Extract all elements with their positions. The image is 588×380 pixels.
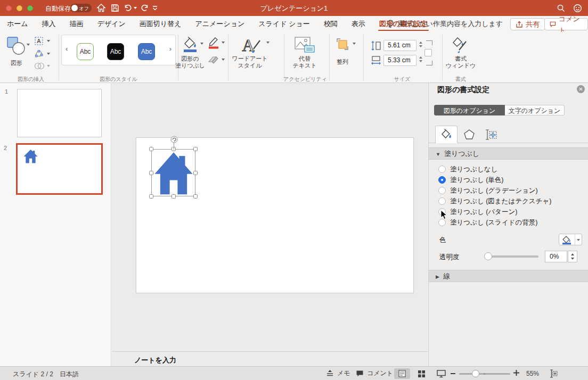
zoom-slider-knob[interactable] <box>472 370 479 377</box>
shape-effects-button[interactable] <box>208 55 219 65</box>
tab-transitions[interactable]: 画面切り替え <box>140 16 182 32</box>
tab-draw[interactable]: 描画 <box>70 16 84 32</box>
thumbnail-house-shape <box>23 149 38 163</box>
resize-handle-s[interactable] <box>172 194 176 199</box>
share-button[interactable]: 共有 <box>510 18 545 30</box>
transparency-slider-knob[interactable] <box>484 252 492 260</box>
format-pane-button[interactable] <box>452 36 470 53</box>
slide-1-thumbnail[interactable] <box>17 89 102 137</box>
width-stepper[interactable] <box>418 55 424 66</box>
wordart-styles-button[interactable]: A <box>241 35 264 55</box>
wordart-chevron-icon[interactable] <box>266 42 270 44</box>
size-properties-tab-icon[interactable] <box>484 129 498 141</box>
shape-style-chip-2[interactable]: Abc <box>107 43 124 60</box>
rotation-handle[interactable] <box>170 136 178 143</box>
feedback-smiley-icon[interactable] <box>573 4 582 13</box>
outline-pen-icon <box>208 36 219 49</box>
arrange-button[interactable] <box>336 37 349 51</box>
group-divider <box>442 35 443 80</box>
shape-style-chip-1[interactable]: Abc <box>77 43 94 60</box>
slide-2-thumbnail[interactable] <box>16 143 103 195</box>
resize-handle-ne[interactable] <box>193 147 198 151</box>
line-section-header[interactable]: ▶線 <box>429 270 588 282</box>
fill-option-solid[interactable]: 塗りつぶし (単色) <box>438 175 503 185</box>
shapes-icon <box>6 36 27 55</box>
line-section-label: 線 <box>443 272 450 280</box>
tab-view[interactable]: 表示 <box>352 16 365 32</box>
fill-line-tab-icon[interactable] <box>440 129 453 141</box>
transparency-value-input[interactable]: 0% <box>545 251 567 262</box>
radio-selected-icon[interactable] <box>438 176 446 184</box>
shape-width-input[interactable]: 5.33 cm <box>383 55 416 66</box>
tab-text-options[interactable]: 文字のオプション <box>505 105 565 115</box>
shape-fill-chevron-icon[interactable] <box>200 43 203 45</box>
resize-handle-sw[interactable] <box>149 194 153 199</box>
tab-review[interactable]: 校閲 <box>324 16 338 32</box>
alt-text-button[interactable] <box>294 36 315 53</box>
fill-option-pattern[interactable]: 塗りつぶし (パターン) <box>438 206 517 217</box>
resize-handle-nw[interactable] <box>149 147 153 151</box>
language-indicator[interactable]: 日本語 <box>60 370 79 379</box>
fill-section-header[interactable]: ▼塗りつぶし <box>429 147 588 160</box>
comments-button[interactable]: コメント <box>544 18 588 30</box>
slideshow-view-icon[interactable] <box>437 370 446 378</box>
shape-outline-chevron-icon[interactable] <box>222 42 225 44</box>
group-divider <box>59 35 59 80</box>
resize-handle-e[interactable] <box>193 171 198 175</box>
search-icon[interactable] <box>557 4 566 13</box>
radio-icon[interactable] <box>438 219 446 226</box>
edit-shape-button[interactable] <box>34 49 44 59</box>
group-divider <box>329 35 330 80</box>
zoom-level-label[interactable]: 55% <box>526 370 539 377</box>
color-dropdown-chevron-icon[interactable] <box>577 239 580 241</box>
panel-close-icon[interactable]: ✕ <box>577 85 585 93</box>
gallery-next-icon[interactable]: › <box>169 45 172 53</box>
tab-insert[interactable]: 挿入 <box>42 16 56 32</box>
normal-view-button[interactable] <box>394 368 410 379</box>
shape-style-chip-3[interactable]: Abc <box>138 43 155 60</box>
tab-shape-options[interactable]: 図形のオプション <box>434 105 505 115</box>
shapes-dropdown-chevron-icon[interactable] <box>27 44 30 46</box>
merge-shapes-button[interactable] <box>34 62 45 70</box>
insert-shape-button[interactable] <box>6 36 27 55</box>
text-box-chevron-icon[interactable] <box>47 40 50 42</box>
radio-icon[interactable] <box>438 187 446 194</box>
fill-color-button[interactable] <box>559 234 582 245</box>
notes-placeholder: ノートを入力 <box>134 356 176 365</box>
transparency-slider[interactable] <box>485 255 538 258</box>
fill-option-picture[interactable]: 塗りつぶし (図またはテクスチャ) <box>438 196 551 206</box>
notes-toggle-button[interactable]: メモ <box>326 369 350 378</box>
tab-design[interactable]: デザイン <box>97 16 126 32</box>
shape-outline-button[interactable] <box>208 36 219 49</box>
radio-icon[interactable] <box>438 166 446 173</box>
transparency-stepper[interactable] <box>568 251 577 262</box>
shape-fill-button[interactable] <box>182 36 198 53</box>
shape-effects-chevron-icon[interactable] <box>222 59 225 61</box>
shape-height-input[interactable]: 5.61 cm <box>383 40 416 51</box>
arrange-chevron-icon[interactable] <box>353 43 356 45</box>
tell-me-box[interactable]: 実行したい作業内容を入力します <box>387 16 503 32</box>
zoom-out-icon[interactable] <box>451 373 455 374</box>
resize-handle-se[interactable] <box>193 194 198 199</box>
lock-aspect-checkbox[interactable] <box>424 49 432 56</box>
text-box-button[interactable]: A <box>34 36 44 46</box>
edit-shape-chevron-icon[interactable] <box>47 53 50 55</box>
slide-sorter-view-icon[interactable] <box>418 370 426 378</box>
resize-handle-w[interactable] <box>149 171 153 175</box>
notes-bar[interactable]: ノートを入力 <box>112 351 428 366</box>
tab-home[interactable]: ホーム <box>7 16 28 32</box>
fill-option-background[interactable]: 塗りつぶし (スライドの背景) <box>438 217 537 228</box>
tab-slideshow[interactable]: スライド ショー <box>258 16 309 32</box>
comments-toggle-button[interactable]: コメント <box>356 369 393 378</box>
effects-tab-icon[interactable] <box>463 129 476 141</box>
tab-animations[interactable]: アニメーション <box>195 16 244 32</box>
height-stepper[interactable] <box>418 40 424 51</box>
merge-shapes-chevron-icon[interactable] <box>47 65 50 67</box>
radio-icon[interactable] <box>438 197 446 205</box>
gallery-prev-icon[interactable]: ‹ <box>66 45 68 53</box>
fill-option-gradient[interactable]: 塗りつぶし (グラデーション) <box>438 185 538 196</box>
zoom-slider[interactable] <box>459 373 510 375</box>
fill-option-none[interactable]: 塗りつぶしなし <box>438 164 497 175</box>
zoom-in-icon[interactable] <box>513 370 519 376</box>
fit-slide-to-window-icon[interactable] <box>549 369 558 378</box>
